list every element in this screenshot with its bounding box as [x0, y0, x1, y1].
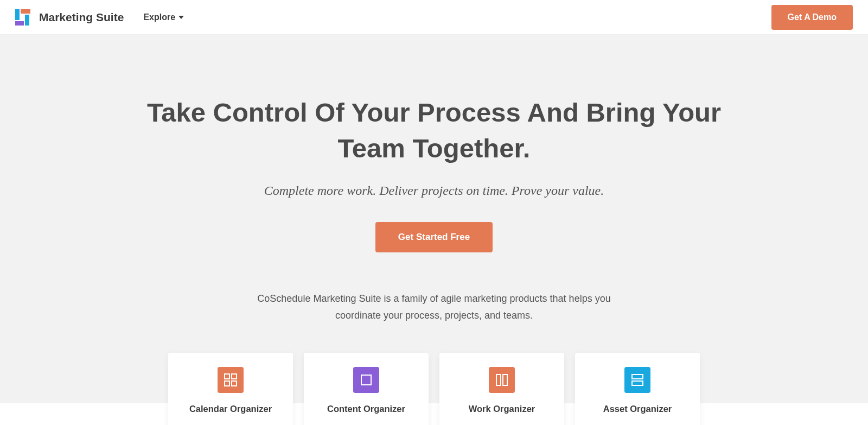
card-content-organizer[interactable]: Content Organizer — [304, 353, 429, 425]
svg-rect-9 — [496, 375, 501, 385]
hero-subtitle: Complete more work. Deliver projects on … — [22, 183, 846, 198]
caret-down-icon — [178, 16, 184, 19]
card-asset-organizer[interactable]: Asset Organizer — [575, 353, 700, 425]
svg-rect-0 — [21, 9, 30, 14]
svg-rect-2 — [15, 21, 24, 26]
content-square-icon — [353, 367, 379, 393]
brand-name: Marketing Suite — [39, 11, 124, 24]
svg-rect-8 — [361, 375, 371, 385]
get-started-button[interactable]: Get Started Free — [375, 222, 493, 252]
card-title: Asset Organizer — [585, 404, 690, 414]
brand[interactable]: Marketing Suite — [15, 9, 124, 26]
hero-description: CoSchedule Marketing Suite is a family o… — [239, 290, 629, 323]
card-title: Content Organizer — [314, 404, 419, 414]
svg-rect-4 — [225, 374, 229, 379]
svg-rect-10 — [503, 375, 507, 385]
product-cards: Calendar Organizer Content Organizer Wor… — [22, 353, 846, 425]
svg-rect-11 — [632, 375, 643, 379]
svg-rect-6 — [225, 381, 229, 386]
hero-title: Take Control Of Your Process And Bring Y… — [136, 94, 732, 166]
explore-label: Explore — [143, 12, 175, 22]
explore-dropdown[interactable]: Explore — [143, 12, 184, 22]
svg-rect-5 — [232, 374, 237, 379]
svg-rect-7 — [232, 381, 237, 386]
calendar-grid-icon — [218, 367, 244, 393]
brand-logo-icon — [15, 9, 31, 26]
card-work-organizer[interactable]: Work Organizer — [439, 353, 564, 425]
svg-rect-1 — [15, 9, 20, 20]
card-title: Calendar Organizer — [178, 404, 283, 414]
asset-rows-icon — [624, 367, 650, 393]
header-left: Marketing Suite Explore — [15, 9, 184, 26]
hero-section: Take Control Of Your Process And Bring Y… — [0, 35, 868, 425]
get-demo-button[interactable]: Get A Demo — [771, 5, 853, 30]
work-columns-icon — [489, 367, 515, 393]
card-calendar-organizer[interactable]: Calendar Organizer — [168, 353, 293, 425]
svg-rect-12 — [632, 381, 643, 385]
header: Marketing Suite Explore Get A Demo — [0, 0, 868, 35]
svg-rect-3 — [25, 15, 29, 26]
card-title: Work Organizer — [449, 404, 554, 414]
